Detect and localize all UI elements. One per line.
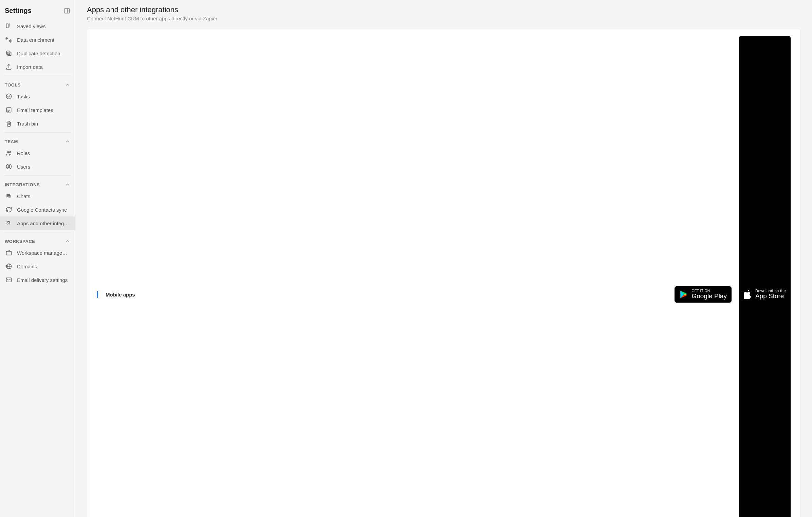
sidebar-item-label: Trash bin: [17, 121, 38, 127]
board-icon: [5, 23, 12, 30]
briefcase-icon: [5, 249, 12, 256]
sidebar-item-label: Saved views: [17, 23, 45, 29]
svg-point-13: [10, 151, 11, 153]
check-icon: [5, 93, 12, 100]
sidebar-item-import-data[interactable]: Import data: [0, 60, 75, 74]
templates-icon: [5, 107, 12, 113]
user-icon: [5, 163, 12, 170]
mailcog-icon: [5, 276, 12, 283]
svg-rect-3: [9, 24, 10, 26]
sidebar-item-label: Email templates: [17, 107, 53, 113]
sidebar-item-saved-views[interactable]: Saved views: [0, 19, 75, 33]
sparkle-icon: [5, 36, 12, 43]
svg-point-12: [7, 151, 9, 153]
sidebar-item-workspace-management[interactable]: Workspace manageme…: [0, 246, 75, 260]
sidebar-item-users[interactable]: Users: [0, 160, 75, 173]
mobile-apps-card: Mobile apps GET IT ON Google Play: [87, 29, 800, 517]
svg-point-6: [9, 53, 10, 54]
page-title: Apps and other integrations: [87, 5, 800, 14]
svg-rect-2: [6, 24, 8, 28]
sidebar-item-email-delivery[interactable]: Email delivery settings: [0, 273, 75, 287]
sidebar-item-google-contacts-sync[interactable]: Google Contacts sync: [0, 203, 75, 216]
app-store-big: App Store: [755, 293, 786, 300]
sidebar-section-integrations[interactable]: INTEGRATIONS: [0, 178, 75, 189]
sidebar-item-apps-integrations[interactable]: Apps and other integra…: [0, 216, 75, 230]
sidebar-item-label: Tasks: [17, 94, 30, 99]
sidebar-item-duplicate-detection[interactable]: Duplicate detection: [0, 46, 75, 60]
sidebar-item-roles[interactable]: Roles: [0, 146, 75, 160]
svg-point-15: [8, 165, 10, 167]
sidebar-section-tools[interactable]: TOOLS: [0, 78, 75, 90]
svg-rect-4: [8, 52, 11, 56]
svg-point-7: [6, 94, 12, 99]
sidebar-item-tasks[interactable]: Tasks: [0, 90, 75, 103]
google-play-big: Google Play: [691, 293, 727, 300]
sidebar: Settings Saved viewsData enrichmentDupli…: [0, 0, 75, 517]
sidebar-item-label: Google Contacts sync: [17, 207, 67, 213]
phone-icon: [97, 292, 98, 297]
svg-rect-16: [6, 251, 12, 255]
svg-rect-0: [64, 8, 70, 13]
globe-icon: [5, 263, 12, 270]
sidebar-item-chats[interactable]: Chats: [0, 189, 75, 203]
sidebar-item-label: Apps and other integra…: [17, 221, 70, 226]
svg-rect-5: [6, 51, 10, 54]
sidebar-item-email-templates[interactable]: Email templates: [0, 103, 75, 117]
sidebar-section-team[interactable]: TEAM: [0, 135, 75, 146]
sidebar-title: Settings: [5, 7, 32, 15]
sidebar-item-label: Import data: [17, 64, 43, 70]
sidebar-item-label: Duplicate detection: [17, 51, 60, 56]
page-subtitle: Connect NetHunt CRM to other apps direct…: [87, 16, 800, 21]
sync-icon: [5, 206, 12, 213]
upload-icon: [5, 63, 12, 70]
sidebar-section-workspace[interactable]: WORKSPACE: [0, 234, 75, 246]
dup-icon: [5, 50, 12, 57]
google-play-badge[interactable]: GET IT ON Google Play: [675, 286, 732, 303]
sidebar-item-label: Chats: [17, 193, 30, 199]
sidebar-item-label: Workspace manageme…: [17, 250, 70, 256]
sidebar-item-trash-bin[interactable]: Trash bin: [0, 117, 75, 130]
roles-icon: [5, 150, 12, 156]
panel-toggle-icon[interactable]: [63, 7, 70, 14]
main-content: Apps and other integrations Connect NetH…: [75, 0, 812, 517]
sidebar-item-label: Domains: [17, 264, 37, 269]
sidebar-item-domains[interactable]: Domains: [0, 260, 75, 273]
sidebar-item-label: Roles: [17, 150, 30, 156]
sidebar-item-label: Data enrichment: [17, 37, 54, 43]
chat-icon: [5, 193, 12, 199]
trash-icon: [5, 120, 12, 127]
mobile-apps-label: Mobile apps: [106, 292, 667, 298]
sidebar-item-label: Email delivery settings: [17, 277, 68, 283]
app-store-badge[interactable]: Download on the App Store: [739, 36, 791, 517]
puzzle-icon: [5, 220, 12, 227]
sidebar-item-label: Users: [17, 164, 30, 170]
sidebar-item-data-enrichment[interactable]: Data enrichment: [0, 33, 75, 46]
